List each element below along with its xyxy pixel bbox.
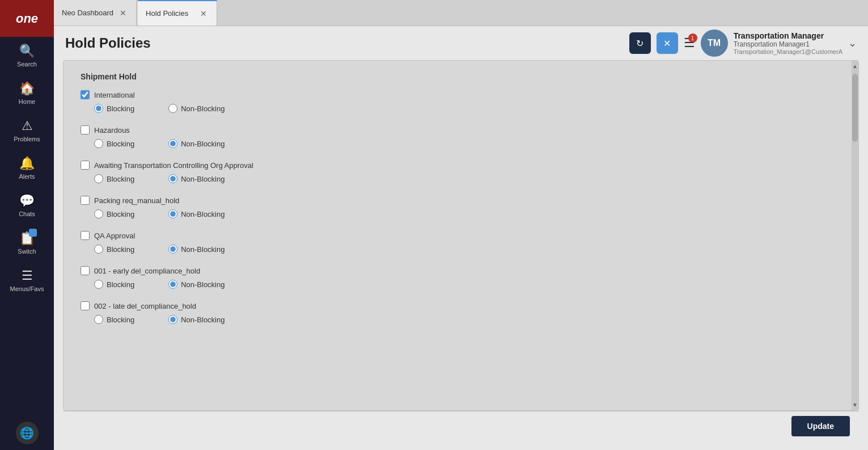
- policy-checkbox-row-hazardous: Hazardous: [81, 125, 841, 134]
- tab-neo-dashboard-label: Neo Dashboard: [62, 9, 113, 17]
- policy-blocking-option-packing-manual-hold[interactable]: Blocking: [94, 209, 134, 218]
- policy-non-blocking-option-packing-manual-hold[interactable]: Non-Blocking: [168, 209, 225, 218]
- notification-count: 1: [691, 35, 695, 41]
- sidebar-item-search[interactable]: 🔍 Search: [0, 37, 54, 74]
- sidebar-label-problems: Problems: [14, 136, 40, 142]
- blocking-label-qa-approval: Blocking: [107, 245, 134, 254]
- blocking-label-packing-manual-hold: Blocking: [107, 210, 134, 218]
- policy-checkbox-row-international: International: [81, 90, 841, 99]
- sidebar-label-home: Home: [19, 98, 35, 105]
- non-blocking-label-001-early-compliance: Non-Blocking: [181, 280, 225, 289]
- policy-blocking-radio-001-early-compliance[interactable]: [94, 280, 103, 289]
- policy-non-blocking-radio-international[interactable]: [168, 104, 177, 113]
- policy-label-international: International: [94, 91, 135, 99]
- user-dropdown-chevron[interactable]: ⌄: [848, 37, 857, 49]
- policy-label-qa-approval: QA Approval: [94, 232, 135, 240]
- menus-icon: ☰: [22, 268, 33, 283]
- notification-area[interactable]: ☰ 1: [684, 36, 695, 51]
- sidebar-label-switch: Switch: [18, 248, 36, 255]
- policy-checkbox-international[interactable]: [81, 90, 90, 99]
- tab-hold-policies[interactable]: Hold Policies ✕: [138, 0, 217, 26]
- policy-non-blocking-radio-002-late-compliance[interactable]: [168, 315, 177, 324]
- policy-blocking-option-qa-approval[interactable]: Blocking: [94, 245, 134, 254]
- policy-radio-row-002-late-compliance: BlockingNon-Blocking: [94, 315, 841, 324]
- policy-radio-row-001-early-compliance: BlockingNon-Blocking: [94, 280, 841, 289]
- policy-radio-row-hazardous: BlockingNon-Blocking: [94, 139, 841, 148]
- policy-blocking-radio-packing-manual-hold[interactable]: [94, 209, 103, 218]
- policy-non-blocking-option-international[interactable]: Non-Blocking: [168, 104, 225, 113]
- policy-non-blocking-radio-hazardous[interactable]: [168, 139, 177, 148]
- close-panel-button[interactable]: ✕: [657, 32, 678, 54]
- sidebar-item-switch[interactable]: 📋 Switch: [0, 224, 54, 262]
- sidebar-label-alerts: Alerts: [19, 173, 35, 180]
- tab-neo-dashboard[interactable]: Neo Dashboard ✕: [54, 0, 137, 26]
- sidebar-item-alerts[interactable]: 🔔 Alerts: [0, 149, 54, 187]
- policy-non-blocking-radio-001-early-compliance[interactable]: [168, 280, 177, 289]
- sidebar-item-problems[interactable]: ⚠ Problems: [0, 112, 54, 149]
- tab-neo-dashboard-close[interactable]: ✕: [118, 8, 128, 18]
- policy-item-international: InternationalBlockingNon-Blocking: [81, 90, 841, 113]
- policy-blocking-option-002-late-compliance[interactable]: Blocking: [94, 315, 134, 324]
- policy-non-blocking-option-qa-approval[interactable]: Non-Blocking: [168, 245, 225, 254]
- non-blocking-label-hazardous: Non-Blocking: [181, 140, 225, 148]
- policy-radio-row-qa-approval: BlockingNon-Blocking: [94, 245, 841, 254]
- notification-badge: 1: [688, 33, 697, 43]
- policy-checkbox-001-early-compliance[interactable]: [81, 266, 90, 275]
- section-title: Shipment Hold: [81, 72, 841, 81]
- content-panel: Shipment Hold InternationalBlockingNon-B…: [63, 60, 859, 411]
- policy-checkbox-packing-manual-hold[interactable]: [81, 196, 90, 205]
- policy-non-blocking-option-002-late-compliance[interactable]: Non-Blocking: [168, 315, 225, 324]
- policy-checkbox-qa-approval[interactable]: [81, 231, 90, 240]
- bottom-bar: Update: [63, 411, 859, 441]
- policy-non-blocking-option-awaiting-approval[interactable]: Non-Blocking: [168, 174, 225, 183]
- non-blocking-label-international: Non-Blocking: [181, 104, 225, 113]
- refresh-button[interactable]: ↻: [629, 32, 651, 54]
- tab-hold-policies-close[interactable]: ✕: [198, 9, 209, 19]
- non-blocking-label-qa-approval: Non-Blocking: [181, 245, 225, 254]
- non-blocking-label-awaiting-approval: Non-Blocking: [181, 175, 225, 183]
- policy-blocking-option-awaiting-approval[interactable]: Blocking: [94, 174, 134, 183]
- policy-checkbox-row-qa-approval: QA Approval: [81, 231, 841, 240]
- policy-blocking-radio-international[interactable]: [94, 104, 103, 113]
- sidebar-bottom: 🌐: [16, 422, 39, 450]
- update-button[interactable]: Update: [791, 416, 850, 436]
- logo-text: one: [16, 11, 38, 26]
- policy-blocking-option-hazardous[interactable]: Blocking: [94, 139, 134, 148]
- sidebar-item-menus[interactable]: ☰ Menus/Favs: [0, 262, 54, 299]
- policy-label-hazardous: Hazardous: [94, 126, 130, 134]
- scroll-up-arrow[interactable]: ▲: [852, 63, 858, 69]
- sidebar: one 🔍 Search 🏠 Home ⚠ Problems 🔔 Alerts …: [0, 0, 54, 450]
- policy-non-blocking-radio-awaiting-approval[interactable]: [168, 174, 177, 183]
- scroll-down-arrow[interactable]: ▼: [852, 402, 858, 408]
- policy-label-awaiting-approval: Awaiting Transportation Controlling Org …: [94, 161, 253, 170]
- policy-blocking-radio-awaiting-approval[interactable]: [94, 174, 103, 183]
- policy-blocking-radio-qa-approval[interactable]: [94, 245, 103, 254]
- policy-non-blocking-radio-packing-manual-hold[interactable]: [168, 209, 177, 218]
- user-initials: TM: [708, 38, 721, 48]
- scrollbar[interactable]: ▲ ▼: [852, 61, 858, 410]
- policy-checkbox-hazardous[interactable]: [81, 125, 90, 134]
- policy-blocking-option-001-early-compliance[interactable]: Blocking: [94, 280, 134, 289]
- policy-non-blocking-option-hazardous[interactable]: Non-Blocking: [168, 139, 225, 148]
- policy-non-blocking-option-001-early-compliance[interactable]: Non-Blocking: [168, 280, 225, 289]
- policy-blocking-radio-hazardous[interactable]: [94, 139, 103, 148]
- policy-checkbox-row-awaiting-approval: Awaiting Transportation Controlling Org …: [81, 161, 841, 170]
- globe-icon[interactable]: 🌐: [16, 422, 39, 444]
- app-logo[interactable]: one: [0, 0, 54, 37]
- main-area: Neo Dashboard ✕ Hold Policies ✕ Hold Pol…: [54, 0, 868, 450]
- policy-radio-row-packing-manual-hold: BlockingNon-Blocking: [94, 209, 841, 218]
- sidebar-item-chats[interactable]: 💬 Chats: [0, 187, 54, 224]
- user-role: Transportation Manager1: [734, 40, 842, 48]
- tab-bar: Neo Dashboard ✕ Hold Policies ✕: [54, 0, 868, 26]
- page-header: Hold Policies ↻ ✕ ☰ 1 TM Transportation …: [54, 26, 868, 60]
- page-title: Hold Policies: [65, 35, 151, 51]
- policy-non-blocking-radio-qa-approval[interactable]: [168, 245, 177, 254]
- policy-checkbox-awaiting-approval[interactable]: [81, 161, 90, 170]
- policy-blocking-option-international[interactable]: Blocking: [94, 104, 134, 113]
- policy-checkbox-002-late-compliance[interactable]: [81, 301, 90, 310]
- sidebar-item-home[interactable]: 🏠 Home: [0, 74, 54, 112]
- policy-blocking-radio-002-late-compliance[interactable]: [94, 315, 103, 324]
- policy-checkbox-row-002-late-compliance: 002 - late del_compliance_hold: [81, 301, 841, 310]
- policy-label-001-early-compliance: 001 - early del_compliance_hold: [94, 267, 200, 275]
- policy-label-002-late-compliance: 002 - late del_compliance_hold: [94, 302, 196, 310]
